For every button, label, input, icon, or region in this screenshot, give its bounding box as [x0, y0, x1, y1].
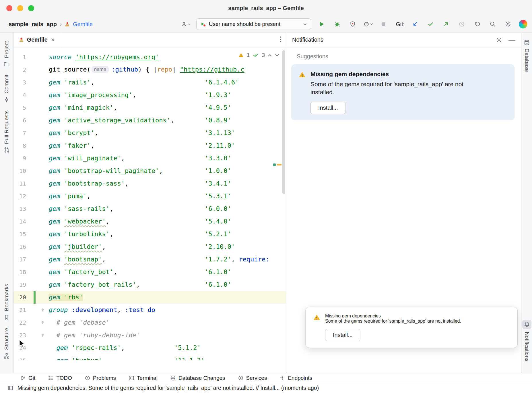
chevron-down-icon[interactable] [275, 54, 279, 57]
line-number[interactable]: 9 [13, 155, 26, 162]
line-number[interactable]: 23 [13, 332, 26, 339]
code-editor[interactable]: 1source 'https://rubygems.org'2git_sourc… [13, 47, 286, 360]
toolwindow-button-database-changes[interactable]: Database Changes [170, 375, 225, 381]
rollback-button[interactable] [472, 19, 482, 29]
coverage-button[interactable] [348, 19, 358, 29]
code-line[interactable]: 21group :development, :test do [13, 304, 286, 316]
line-number[interactable]: 12 [13, 193, 26, 200]
passed-count[interactable]: 3 [262, 52, 265, 58]
line-number[interactable]: 20 [13, 294, 26, 301]
toolwindow-label: Pull Requests [3, 110, 10, 144]
toolwindow-button-services[interactable]: Services [238, 375, 267, 381]
close-icon[interactable] [6, 5, 12, 11]
code-line[interactable]: 13gem 'sass-rails', '6.0.0' [13, 203, 286, 215]
code-line[interactable]: 8gem 'faker', '2.11.0' [13, 139, 286, 152]
code-line[interactable]: 22 # gem 'debase' [13, 316, 286, 329]
code-line[interactable]: 24 gem 'rspec-rails', '5.1.2' [13, 342, 286, 354]
code-line[interactable]: 2git_source(name:github) { |repo| "https… [13, 63, 286, 76]
account-avatar[interactable] [519, 20, 527, 28]
profiler-button[interactable] [363, 19, 373, 29]
toolwindow-button-pull-requests[interactable]: Pull Requests [3, 110, 10, 153]
code-line[interactable]: 11gem 'bootstrap-sass', '3.4.1' [13, 177, 286, 190]
scrollbar-stripe-mark[interactable] [273, 163, 276, 166]
toolwindow-button-bookmarks[interactable]: Bookmarks [3, 284, 10, 320]
install-button[interactable]: Install... [325, 329, 360, 341]
run-button[interactable] [317, 19, 327, 29]
close-tab-icon[interactable]: × [51, 37, 55, 43]
line-number[interactable]: 16 [13, 243, 26, 250]
code-line[interactable]: 10gem 'bootstrap-will_paginate', '1.0.0' [13, 165, 286, 177]
debug-button[interactable] [332, 19, 342, 29]
code-line[interactable]: 19gem 'factory_bot_rails', '6.1.0' [13, 278, 286, 291]
zoom-icon[interactable] [28, 5, 34, 11]
code-line[interactable]: 20gem 'rbs' [13, 291, 286, 304]
line-number[interactable]: 22 [13, 319, 26, 326]
install-button[interactable]: Install... [310, 102, 346, 114]
history-button[interactable] [457, 19, 467, 29]
line-number[interactable]: 14 [13, 218, 26, 225]
line-number[interactable]: 7 [13, 130, 26, 136]
tab-gemfile[interactable]: Gemfile × [13, 32, 60, 47]
git-commit-button[interactable] [426, 19, 436, 29]
code-line[interactable]: 25 gem 'byebug', '11.1.3' [13, 354, 286, 360]
code-line[interactable]: 4gem 'image_processing', '1.9.3' [13, 89, 286, 101]
git-update-button[interactable] [410, 19, 420, 29]
code-line[interactable]: 14gem 'webpacker', '5.4.0' [13, 215, 286, 228]
code-line[interactable]: 7gem 'bcrypt', '3.1.13' [13, 127, 286, 139]
line-number[interactable]: 17 [13, 256, 26, 263]
chevron-up-icon[interactable] [268, 54, 272, 57]
scrollbar-stripe-mark[interactable] [277, 164, 281, 165]
line-number[interactable]: 11 [13, 180, 26, 187]
line-number[interactable]: 21 [13, 307, 26, 313]
project-name[interactable]: sample_rails_app [9, 21, 57, 28]
code-line[interactable]: 16gem 'jbuilder', '2.10.0' [13, 240, 286, 253]
code-line[interactable]: 5gem 'mini_magick', '4.9.5' [13, 101, 286, 114]
settings-button[interactable] [503, 19, 513, 29]
line-number[interactable]: 6 [13, 117, 26, 124]
code-line[interactable]: 23 # gem 'ruby-debug-ide' [13, 329, 286, 342]
search-button[interactable] [488, 19, 498, 29]
line-number[interactable]: 3 [13, 79, 26, 86]
line-number[interactable]: 4 [13, 92, 26, 99]
editor-scrollbar[interactable] [282, 50, 285, 194]
user-button[interactable] [181, 19, 191, 29]
line-number[interactable]: 15 [13, 231, 26, 238]
status-message[interactable]: Missing gem dependencies: Some of the ge… [18, 385, 319, 391]
warning-count[interactable]: 1 [247, 52, 250, 58]
toolwindow-button-endpoints[interactable]: Endpoints [279, 375, 312, 381]
toolwindow-button-project[interactable]: Project [3, 41, 10, 67]
code-line[interactable]: 6gem 'active_storage_validations', '0.8.… [13, 114, 286, 127]
line-number[interactable]: 2 [13, 66, 26, 73]
toolwindow-button-database[interactable]: Database [524, 39, 530, 72]
toolwindow-button-todo[interactable]: TODO [48, 375, 72, 381]
code-line[interactable]: 9gem 'will_paginate', '3.3.0' [13, 152, 286, 165]
line-number[interactable]: 5 [13, 104, 26, 111]
git-push-button[interactable] [441, 19, 451, 29]
code-line[interactable]: 17gem 'bootsnap', '1.7.2', require: [13, 253, 286, 266]
tab-options-button[interactable] [275, 36, 286, 44]
code-line[interactable]: 15gem 'turbolinks', '5.2.1' [13, 228, 286, 240]
toolwindow-icon[interactable] [7, 385, 13, 391]
toolwindow-button-notifications[interactable]: Notifications [522, 320, 531, 362]
line-number[interactable]: 10 [13, 167, 26, 174]
breadcrumb-file[interactable]: Gemfile [73, 21, 93, 28]
line-number[interactable]: 25 [13, 357, 26, 360]
notifications-settings-button[interactable] [494, 35, 504, 45]
run-configuration-select[interactable]: User name should be present [196, 18, 311, 30]
code-line[interactable]: 3gem 'rails', '6.1.4.6' [13, 76, 286, 89]
line-number[interactable]: 19 [13, 281, 26, 288]
line-number[interactable]: 18 [13, 269, 26, 276]
toolwindow-button-terminal[interactable]: Terminal [129, 375, 158, 381]
toolwindow-button-git[interactable]: Git [20, 375, 35, 381]
line-number[interactable]: 8 [13, 142, 26, 149]
line-number[interactable]: 13 [13, 205, 26, 212]
toolwindow-button-commit[interactable]: Commit [3, 75, 10, 103]
code-line[interactable]: 18gem 'factory_bot', '6.1.0' [13, 266, 286, 278]
toolwindow-button-problems[interactable]: Problems [85, 375, 116, 381]
code-line[interactable]: 12gem 'puma', '5.3.1' [13, 190, 286, 203]
hide-panel-button[interactable]: — [508, 36, 515, 43]
stop-button[interactable] [379, 19, 389, 29]
toolwindow-button-structure[interactable]: Structure [3, 328, 10, 359]
minimize-icon[interactable] [17, 5, 23, 11]
line-number[interactable]: 1 [13, 54, 26, 61]
